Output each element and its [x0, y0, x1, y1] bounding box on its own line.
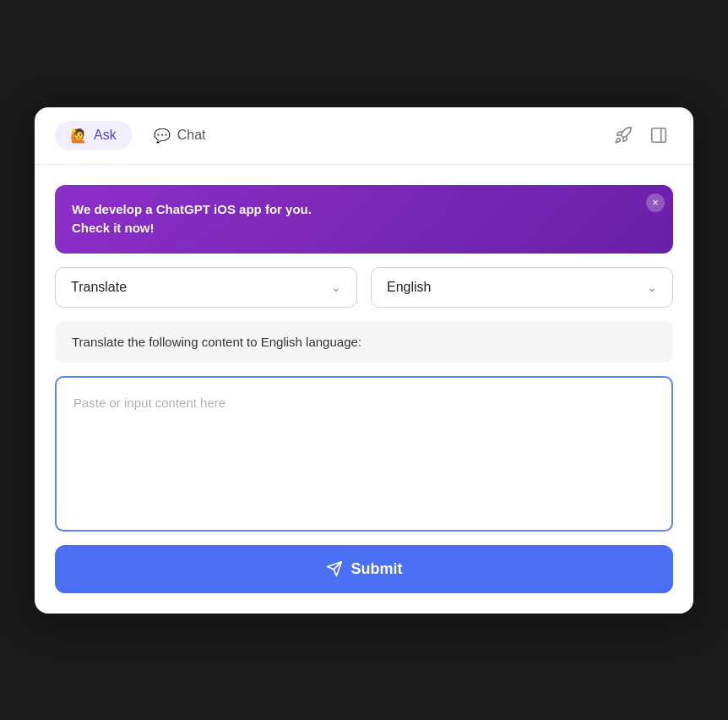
tab-chat[interactable]: 💬 Chat: [139, 121, 221, 150]
tool-dropdown[interactable]: Translate ⌄: [55, 267, 357, 308]
close-icon: ×: [652, 197, 659, 208]
send-icon: [326, 560, 343, 577]
text-input-area: [55, 376, 673, 532]
prompt-text: Translate the following content to Engli…: [72, 335, 361, 349]
promo-text-line1: We develop a ChatGPT iOS app for you.: [72, 202, 312, 216]
language-dropdown-label: English: [387, 280, 431, 295]
content-area: We develop a ChatGPT iOS app for you. Ch…: [35, 165, 693, 614]
chevron-down-icon: ⌄: [331, 281, 341, 294]
tab-ask[interactable]: 🙋 Ask: [55, 121, 132, 150]
promo-text-line2: Check it now!: [72, 221, 155, 235]
dropdowns-row: Translate ⌄ English ⌄: [55, 267, 673, 308]
sidebar-toggle-button[interactable]: [644, 121, 673, 150]
submit-label: Submit: [351, 560, 403, 578]
sidebar-icon: [649, 126, 668, 145]
rocket-icon-button[interactable]: [609, 121, 638, 150]
promo-banner: We develop a ChatGPT iOS app for you. Ch…: [55, 185, 673, 254]
svg-rect-0: [652, 128, 666, 143]
tab-ask-label: Ask: [94, 128, 117, 143]
main-window: 🙋 Ask 💬 Chat We develop a ChatG: [35, 107, 693, 614]
content-input[interactable]: [73, 393, 655, 511]
submit-button[interactable]: Submit: [55, 545, 673, 593]
tab-chat-label: Chat: [177, 128, 206, 143]
rocket-icon: [614, 126, 633, 145]
header: 🙋 Ask 💬 Chat: [35, 107, 693, 165]
ask-icon: 🙋: [70, 128, 87, 144]
promo-close-button[interactable]: ×: [646, 194, 665, 212]
chat-icon: 💬: [154, 128, 171, 144]
prompt-box: Translate the following content to Engli…: [55, 321, 673, 363]
chevron-down-icon: ⌄: [647, 281, 657, 294]
language-dropdown[interactable]: English ⌄: [371, 267, 673, 308]
tool-dropdown-label: Translate: [71, 280, 127, 295]
